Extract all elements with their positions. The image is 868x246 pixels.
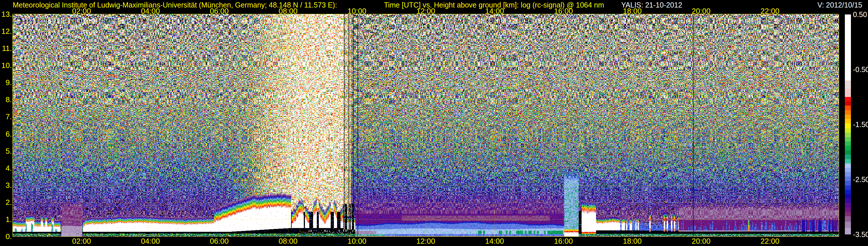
- colorbar-tick-label: 0.50: [853, 11, 867, 18]
- height-tick-label: 8.: [0, 96, 12, 103]
- colorbar-tick-label: -3.50: [853, 230, 868, 238]
- time-tick-label-bottom: 06:00: [202, 238, 237, 244]
- colorbar-step: [845, 212, 851, 216]
- time-tick-label-top: 18:00: [615, 8, 650, 14]
- colorbar-step: [845, 128, 851, 132]
- colorbar-step: [845, 159, 851, 163]
- height-tick-label: 9.: [0, 79, 12, 86]
- colorbar-step: [845, 150, 851, 155]
- heatmap-plot-area: [12, 14, 839, 237]
- time-tick-label-top: 04:00: [133, 8, 168, 14]
- time-tick-label-top: 14:00: [477, 8, 512, 14]
- version-label: V: 2012/10/15: [817, 1, 862, 9]
- height-tick-label: 3.: [0, 181, 12, 189]
- time-tick-label-bottom: 14:00: [477, 238, 512, 244]
- colorbar-step: [845, 101, 851, 105]
- colorbar-step: [845, 168, 851, 172]
- colorbar-step: [845, 119, 851, 123]
- height-tick-label: 13.: [0, 10, 12, 18]
- colorbar-step: [845, 172, 851, 177]
- time-tick-label-top: 12:00: [408, 8, 443, 14]
- time-tick-label-bottom: 10:00: [340, 238, 374, 244]
- height-tick-label: 7.: [0, 113, 12, 120]
- height-tick-label: 0.: [0, 233, 12, 240]
- colorbar: [845, 14, 851, 235]
- time-tick-label-bottom: 04:00: [133, 238, 168, 244]
- time-tick-label-bottom: 08:00: [271, 238, 306, 244]
- page-root: { "app": {"background": "#000000"}, "hea…: [0, 0, 868, 246]
- colorbar-step: [845, 97, 851, 101]
- colorbar-step: [845, 190, 851, 194]
- time-tick-label-top: 06:00: [202, 8, 237, 14]
- time-tick-label-bottom: 12:00: [408, 238, 443, 244]
- colorbar-step: [845, 81, 851, 89]
- colorbar-step: [845, 208, 851, 212]
- time-tick-label-bottom: 02:00: [64, 238, 99, 244]
- colorbar-step: [845, 146, 851, 150]
- colorbar-step: [845, 198, 851, 203]
- height-tick-label: 6.: [0, 130, 12, 138]
- colorbar-step: [845, 228, 851, 235]
- colorbar-step: [845, 194, 851, 198]
- colorbar-step: [845, 222, 851, 228]
- colorbar-step: [845, 216, 851, 222]
- colorbar-step: [845, 163, 851, 168]
- height-tick-label: 5.: [0, 147, 12, 155]
- time-tick-label-top: 08:00: [271, 8, 306, 14]
- time-tick-label-bottom: 18:00: [615, 238, 650, 244]
- colorbar-tick-label: -1.50: [853, 121, 868, 128]
- height-tick-label: 11.: [0, 44, 12, 52]
- height-tick-label: 1.: [0, 216, 12, 223]
- lidar-heatmap-canvas: [13, 14, 839, 237]
- time-tick-label-bottom: 22:00: [752, 238, 787, 244]
- time-tick-label-top: 22:00: [752, 8, 787, 14]
- time-tick-label-bottom: 16:00: [546, 238, 581, 244]
- colorbar-step: [845, 115, 851, 119]
- time-tick-label-top: 20:00: [684, 8, 718, 14]
- colorbar-step: [845, 137, 851, 142]
- colorbar-step: [845, 186, 851, 190]
- colorbar-step: [845, 14, 851, 81]
- colorbar-tick-label: -0.50: [853, 66, 868, 73]
- height-tick-label: 4.: [0, 164, 12, 172]
- colorbar-step: [845, 142, 851, 146]
- height-tick-label: 10.: [0, 62, 12, 69]
- colorbar-step: [845, 89, 851, 97]
- time-tick-label-top: 02:00: [64, 8, 99, 14]
- height-tick-label: 2.: [0, 198, 12, 206]
- quicklook-page: Meteorological Institute of Ludwig-Maxim…: [0, 0, 868, 246]
- colorbar-step: [845, 123, 851, 128]
- time-tick-label-top: 16:00: [546, 8, 581, 14]
- time-tick-label-bottom: 20:00: [684, 238, 718, 244]
- colorbar-step: [845, 177, 851, 181]
- time-tick-label-top: 10:00: [340, 8, 374, 14]
- colorbar-step: [845, 203, 851, 207]
- colorbar-step: [845, 181, 851, 185]
- colorbar-step: [845, 132, 851, 137]
- height-tick-label: 12.: [0, 28, 12, 35]
- colorbar-step: [845, 110, 851, 115]
- colorbar-tick-label: -2.50: [853, 176, 868, 183]
- colorbar-step: [845, 155, 851, 159]
- colorbar-step: [845, 105, 851, 110]
